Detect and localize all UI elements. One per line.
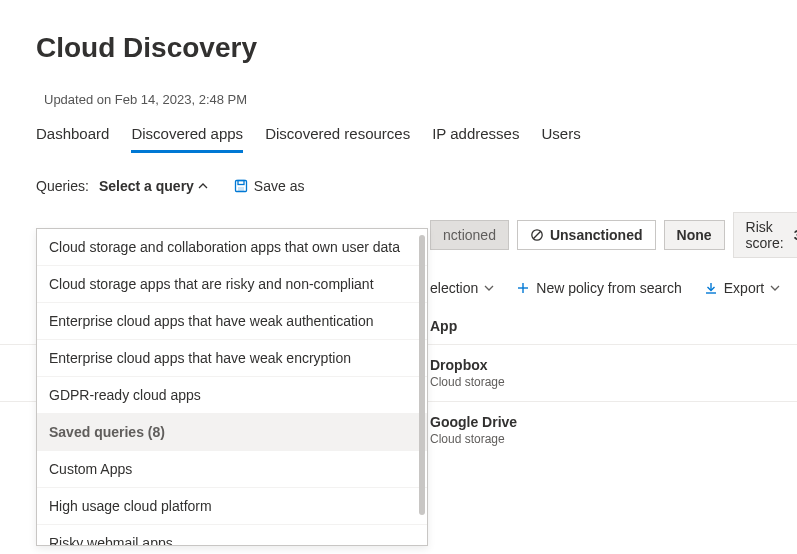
tab-ip-addresses[interactable]: IP addresses — [432, 125, 519, 153]
svg-line-4 — [533, 231, 540, 238]
bulk-label: election — [430, 280, 478, 296]
risk-value: 3 — [794, 227, 797, 243]
app-category: Cloud storage — [430, 375, 797, 389]
query-dropdown-list[interactable]: Cloud storage and collaboration apps tha… — [37, 229, 427, 545]
page-title: Cloud Discovery — [0, 0, 797, 64]
tab-dashboard[interactable]: Dashboard — [36, 125, 109, 153]
query-option[interactable]: Risky webmail apps — [37, 525, 427, 545]
bulk-selection-button[interactable]: election — [430, 280, 494, 296]
none-label: None — [677, 227, 712, 243]
chevron-down-icon — [484, 283, 494, 293]
sanctioned-pill[interactable]: nctioned — [430, 220, 509, 250]
tab-discovered-apps[interactable]: Discovered apps — [131, 125, 243, 153]
query-option[interactable]: High usage cloud platform — [37, 488, 427, 525]
save-icon — [234, 179, 248, 193]
plus-icon — [516, 281, 530, 295]
download-icon — [704, 281, 718, 295]
new-policy-label: New policy from search — [536, 280, 682, 296]
query-option[interactable]: Enterprise cloud apps that have weak enc… — [37, 340, 427, 377]
risk-label: Risk score: — [746, 219, 784, 251]
unsanctioned-pill[interactable]: Unsanctioned — [517, 220, 656, 250]
sanctioned-label: nctioned — [443, 227, 496, 243]
new-policy-button[interactable]: New policy from search — [516, 280, 682, 296]
query-option[interactable]: Custom Apps — [37, 451, 427, 488]
none-pill[interactable]: None — [664, 220, 725, 250]
queries-label: Queries: — [36, 178, 89, 194]
tabs: Dashboard Discovered apps Discovered res… — [0, 107, 797, 154]
query-option[interactable]: Cloud storage apps that are risky and no… — [37, 266, 427, 303]
export-label: Export — [724, 280, 764, 296]
query-option[interactable]: GDPR-ready cloud apps — [37, 377, 427, 414]
unsanctioned-label: Unsanctioned — [550, 227, 643, 243]
risk-score-filter[interactable]: Risk score: 3 — [733, 212, 797, 258]
tab-users[interactable]: Users — [541, 125, 580, 153]
svg-rect-2 — [238, 187, 244, 191]
query-select-button[interactable]: Select a query — [99, 178, 208, 194]
query-select-label: Select a query — [99, 178, 194, 194]
svg-rect-1 — [238, 181, 244, 185]
query-option[interactable]: Cloud storage and collaboration apps tha… — [37, 229, 427, 266]
query-row: Queries: Select a query Save as — [0, 154, 797, 194]
app-name: Google Drive — [430, 414, 797, 430]
tab-discovered-resources[interactable]: Discovered resources — [265, 125, 410, 153]
save-as-button[interactable]: Save as — [234, 178, 305, 194]
app-category: Cloud storage — [430, 432, 797, 446]
query-dropdown: Cloud storage and collaboration apps tha… — [36, 228, 428, 546]
updated-timestamp: Updated on Feb 14, 2023, 2:48 PM — [0, 64, 797, 107]
block-icon — [530, 228, 544, 242]
chevron-down-icon — [770, 283, 780, 293]
export-button[interactable]: Export — [704, 280, 780, 296]
app-name: Dropbox — [430, 357, 797, 373]
chevron-up-icon — [198, 181, 208, 191]
query-option[interactable]: Enterprise cloud apps that have weak aut… — [37, 303, 427, 340]
query-section-saved: Saved queries (8) — [37, 414, 427, 451]
save-as-label: Save as — [254, 178, 305, 194]
